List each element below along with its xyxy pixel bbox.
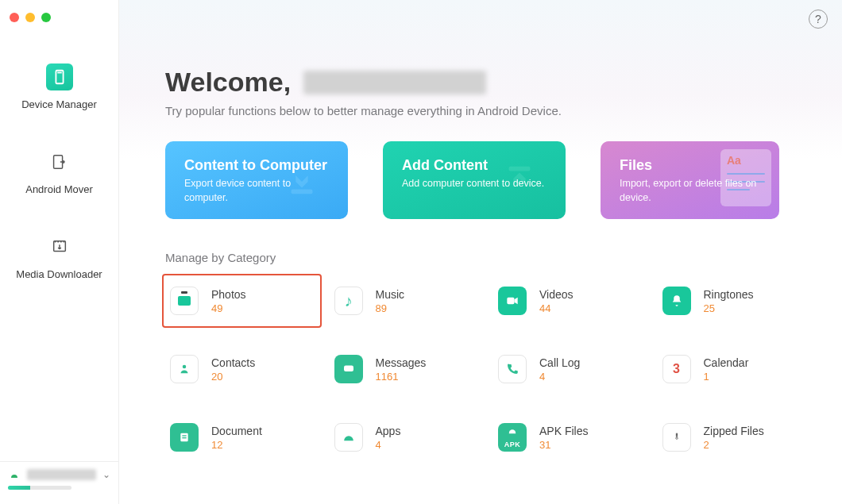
bell-icon [662,287,691,315]
category-ringtones[interactable]: Ringtones 25 [658,282,811,320]
android-icon [334,423,363,452]
category-grid: Photos 49 ♪ Music 89 Videos 44 [165,282,818,456]
svg-point-10 [348,368,350,370]
quick-actions: Content to Computer Export device conten… [165,141,818,219]
category-count: 20 [211,371,255,383]
svg-rect-6 [507,298,514,304]
card-desc: Import, export or delete files on device… [620,177,765,205]
sidebar-item-media-downloader[interactable]: Media Downloader [16,233,102,280]
svg-point-9 [346,368,348,370]
maximize-window-button[interactable] [41,13,51,22]
music-icon: ♪ [334,287,363,315]
category-count: 25 [704,302,754,314]
category-count: 12 [211,439,262,451]
category-count: 31 [539,439,588,451]
category-count: 4 [539,371,580,383]
download-icon [46,233,73,260]
category-label: Zipped Files [704,425,764,437]
zip-icon [662,423,691,452]
document-icon [170,423,199,452]
svg-rect-5 [509,167,531,171]
welcome-subtitle: Try popular functions below to better ma… [165,104,818,117]
category-calendar[interactable]: 3 Calendar 1 [658,350,811,388]
category-zipped-files[interactable]: Zipped Files 2 [658,418,811,456]
category-label: Calendar [704,356,749,369]
sidebar-items: Device Manager Android Mover Media Downl… [0,27,118,504]
category-apps[interactable]: Apps 4 [330,418,483,456]
category-count: 2 [704,439,764,451]
phone-icon [498,355,527,383]
category-music[interactable]: ♪ Music 89 [330,282,483,320]
category-label: Videos [539,288,574,301]
card-files[interactable]: Aa Files Import, export or delete files … [601,141,779,219]
device-name [27,469,96,480]
category-label: Call Log [539,356,580,369]
category-label: Apps [376,425,401,437]
sidebar-item-label: Device Manager [21,98,97,110]
card-desc: Add computer content to device. [402,177,551,191]
close-window-button[interactable] [10,13,19,22]
welcome-title: Welcome, [165,67,291,98]
photos-icon [170,287,199,315]
messages-icon [334,355,363,383]
main-content: ? Welcome, Try popular functions below t… [119,0,842,504]
category-label: Music [376,288,405,301]
android-icon [8,468,21,481]
category-videos[interactable]: Videos 44 [493,282,647,320]
videos-icon [498,287,527,315]
mover-icon [45,148,72,175]
minimize-window-button[interactable] [25,13,35,22]
sidebar-item-label: Android Mover [25,183,93,195]
device-owner-name [303,71,486,94]
svg-point-11 [350,368,351,370]
category-count: 89 [376,302,405,314]
category-label: Contacts [211,356,255,369]
sidebar-item-device-manager[interactable]: Device Manager [21,63,97,110]
contacts-icon [170,355,199,383]
card-desc: Export device content to computer. [184,177,334,205]
calendar-icon: 3 [662,355,691,383]
category-messages[interactable]: Messages 1161 [330,350,483,388]
category-contacts[interactable]: Contacts 20 [165,350,319,388]
card-add-content[interactable]: Add Content Add computer content to devi… [383,141,566,219]
category-label: Photos [211,288,246,301]
category-count: 1161 [376,371,427,383]
device-selector[interactable]: ⌄ [0,461,118,504]
sidebar-item-android-mover[interactable]: Android Mover [25,148,93,195]
card-content-to-computer[interactable]: Content to Computer Export device conten… [165,141,348,219]
category-label: Messages [376,356,427,369]
apk-badge: APK [498,441,527,448]
category-apk-files[interactable]: APK APK Files 31 [493,418,647,456]
section-title: Manage by Category [165,251,818,264]
category-count: 49 [211,302,246,314]
welcome-header: Welcome, Try popular functions below to … [165,0,818,117]
storage-bar [8,486,71,490]
category-photos[interactable]: Photos 49 [162,274,322,328]
category-count: 1 [704,371,749,383]
category-label: APK Files [539,425,588,437]
category-label: Document [211,425,262,437]
phone-icon [46,63,73,90]
apk-icon: APK [498,423,527,452]
help-button[interactable]: ? [809,10,828,29]
svg-point-7 [183,365,187,369]
category-label: Ringtones [704,288,754,301]
category-call-log[interactable]: Call Log 4 [493,350,647,388]
chevron-down-icon: ⌄ [102,469,110,480]
category-count: 4 [376,439,401,451]
sidebar-item-label: Media Downloader [16,268,102,280]
category-document[interactable]: Document 12 [165,418,319,456]
window-controls [0,8,118,27]
category-count: 44 [539,302,574,314]
sidebar: Device Manager Android Mover Media Downl… [0,0,119,504]
